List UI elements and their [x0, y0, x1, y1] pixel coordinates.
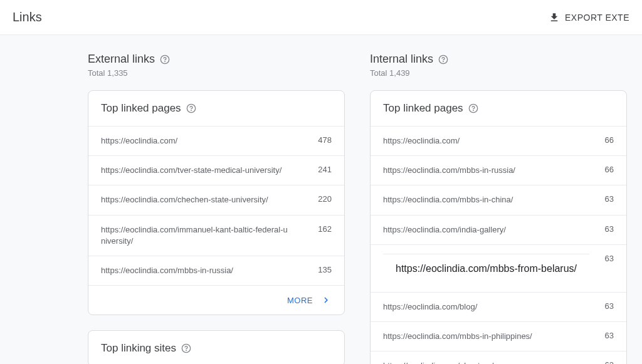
help-icon[interactable]	[160, 55, 170, 65]
table-row[interactable]: https://eoclindia.com/ 66	[371, 126, 626, 155]
content-area: External links Total 1,335 Top linked pa…	[0, 35, 642, 364]
table-row[interactable]: https://eoclindia.com/mbbs-in-russia/ 66	[371, 155, 626, 185]
svg-point-7	[443, 61, 444, 62]
row-count: 63	[605, 194, 614, 204]
row-url: https://eoclindia.com/blog/	[383, 301, 477, 313]
external-title: External links	[88, 53, 155, 66]
card-title: Top linking sites	[101, 342, 176, 355]
table-row[interactable]: https://eoclindia.com/india-gallery/ 63	[371, 215, 626, 244]
card-header: Top linking sites	[88, 331, 344, 364]
internal-links-column: Internal links Total 1,439 Top linked pa…	[370, 53, 627, 364]
internal-total: Total 1,439	[370, 68, 627, 78]
more-button[interactable]: MORE	[88, 285, 344, 315]
row-url: https://eoclindia.com/mbbs-in-philippine…	[383, 331, 532, 342]
external-total: Total 1,335	[88, 68, 345, 78]
row-count: 66	[605, 165, 614, 174]
row-count: 63	[605, 254, 614, 263]
chevron-right-icon	[320, 294, 332, 306]
row-url: https://eoclindia.com/about-us/	[383, 360, 493, 364]
table-row[interactable]: https://eoclindia.com/mbbs-in-china/ 63	[371, 185, 626, 214]
row-url: https://eoclindia.com/	[101, 135, 177, 147]
table-row[interactable]: https://eoclindia.com/blog/ 63	[371, 292, 626, 321]
table-row[interactable]: https://eoclindia.com/about-us/ 62	[371, 351, 626, 364]
svg-point-5	[186, 350, 187, 351]
svg-point-3	[191, 110, 191, 111]
table-row[interactable]: https://eoclindia.com/mbbs-in-russia/ 13…	[88, 256, 344, 285]
row-count: 63	[605, 224, 614, 234]
internal-title: Internal links	[370, 53, 433, 66]
card-header: Top linked pages	[88, 91, 344, 126]
external-links-column: External links Total 1,335 Top linked pa…	[88, 53, 345, 364]
help-icon[interactable]	[438, 55, 448, 65]
table-row[interactable]: https://eoclindia.com/mbbs-in-philippine…	[371, 321, 626, 351]
internal-top-linked-pages-card: Top linked pages https://eoclindia.com/ …	[370, 90, 627, 364]
internal-section-header: Internal links	[370, 53, 627, 66]
row-url: https://eoclindia.com/immanuel-kant-balt…	[101, 224, 289, 247]
table-row[interactable]: https://eoclindia.com/immanuel-kant-balt…	[88, 215, 344, 256]
row-count: 135	[318, 265, 332, 274]
help-icon[interactable]	[186, 103, 196, 113]
row-url: https://eoclindia.com/india-gallery/	[383, 224, 506, 236]
row-count: 162	[318, 224, 332, 234]
card-title: Top linked pages	[101, 102, 181, 115]
row-count: 220	[318, 194, 332, 204]
row-count: 66	[605, 135, 614, 145]
row-url: https://eoclindia.com/tver-state-medical…	[101, 165, 282, 176]
download-icon	[549, 12, 560, 23]
row-count: 63	[605, 331, 614, 340]
row-url: https://eoclindia.com/mbbs-in-china/	[383, 194, 513, 205]
row-url: https://eoclindia.com/mbbs-from-belarus/	[383, 254, 589, 283]
table-row[interactable]: https://eoclindia.com/chechen-state-univ…	[88, 185, 344, 214]
external-top-linking-sites-card: Top linking sites	[88, 330, 345, 364]
export-button[interactable]: EXPORT EXTE	[549, 12, 629, 23]
help-icon[interactable]	[181, 343, 191, 353]
card-title: Top linked pages	[383, 102, 463, 115]
row-url: https://eoclindia.com/	[383, 135, 460, 147]
page-title: Links	[13, 10, 42, 24]
row-url: https://eoclindia.com/chechen-state-univ…	[101, 194, 268, 205]
table-row[interactable]: https://eoclindia.com/ 478	[88, 126, 344, 155]
external-top-linked-pages-card: Top linked pages https://eoclindia.com/ …	[88, 90, 345, 315]
row-count: 241	[318, 165, 332, 174]
row-count: 478	[318, 135, 332, 145]
svg-point-9	[473, 110, 473, 111]
table-row[interactable]: https://eoclindia.com/tver-state-medical…	[88, 155, 344, 185]
help-icon[interactable]	[468, 103, 478, 113]
external-section-header: External links	[88, 53, 345, 66]
table-row[interactable]: https://eoclindia.com/mbbs-from-belarus/…	[371, 244, 626, 292]
row-url: https://eoclindia.com/mbbs-in-russia/	[101, 265, 233, 276]
page-header: Links EXPORT EXTE	[0, 0, 642, 35]
more-label: MORE	[287, 296, 313, 305]
row-url: https://eoclindia.com/mbbs-in-russia/	[383, 165, 515, 176]
svg-point-1	[165, 61, 166, 62]
export-label: EXPORT EXTE	[565, 13, 629, 23]
row-count: 63	[605, 301, 614, 311]
row-count: 62	[605, 360, 614, 364]
card-header: Top linked pages	[371, 91, 626, 126]
